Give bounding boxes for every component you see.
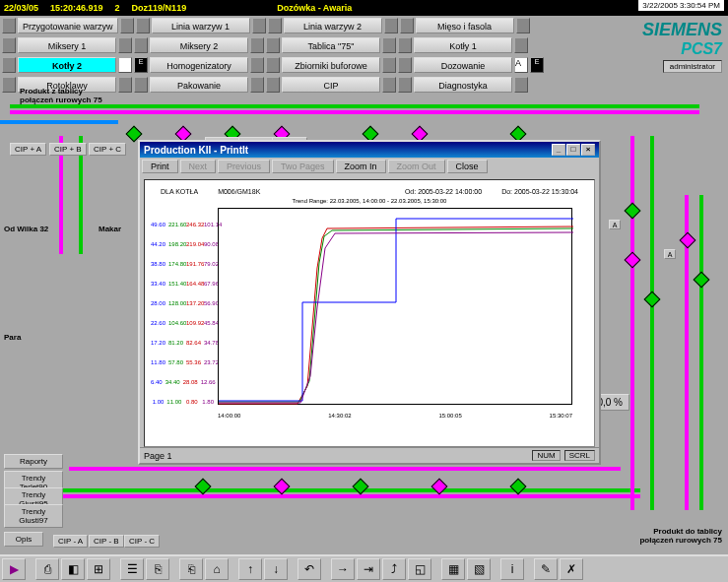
- prev-button[interactable]: Previous: [218, 160, 270, 173]
- tab-homogen[interactable]: Homogenizatory: [150, 57, 248, 73]
- top-code: Doz119/N119: [132, 3, 187, 13]
- twopage-button[interactable]: Two Pages: [272, 160, 334, 173]
- y-axis: 49.60221.60246.32101.1444.20198.20219.04…: [149, 208, 216, 405]
- tab-przygotowanie[interactable]: Przygotowanie warzyw: [18, 18, 118, 33]
- next-button[interactable]: Next: [180, 160, 217, 173]
- mini-btn[interactable]: [268, 18, 282, 33]
- mini-btn[interactable]: [118, 57, 132, 73]
- pipe: [699, 195, 703, 510]
- cip-ra2-button[interactable]: CIP - A: [53, 535, 88, 548]
- mini-btn[interactable]: [400, 18, 414, 33]
- user-label: administrator: [663, 60, 722, 73]
- toolbar-btn-9[interactable]: ↓: [264, 558, 288, 580]
- bottom-toolbar: ▶⎙◧⊞☰⎘⎗⌂↑↓↶→⇥⤴◱▦▧i✎✗: [0, 554, 728, 582]
- trendy3-button[interactable]: Trendy Giusti97: [4, 504, 63, 528]
- valve-icon[interactable]: [625, 252, 641, 269]
- toolbar-btn-13[interactable]: ⤴: [382, 558, 406, 580]
- micro-btn[interactable]: A: [609, 220, 621, 229]
- cip-a-button[interactable]: CIP + A: [10, 143, 46, 156]
- toolbar-btn-18[interactable]: ✎: [534, 558, 558, 580]
- mini-btn[interactable]: [250, 37, 264, 53]
- zoomout-button[interactable]: Zoom Out: [388, 160, 445, 173]
- toolbar-btn-4[interactable]: ☰: [120, 558, 144, 580]
- cip-rc2-button[interactable]: CIP - C: [124, 535, 160, 548]
- toolbar-btn-5[interactable]: ⎘: [146, 558, 169, 580]
- mini-btn[interactable]: [2, 57, 16, 73]
- top-status-bar: 22/03/05 15:20:46.919 2 Doz119/N119 Dozó…: [0, 0, 728, 16]
- tab-dozowanie[interactable]: Dozowanie: [414, 57, 512, 73]
- raporty-button[interactable]: Raporty: [4, 454, 63, 469]
- toolbar-btn-12[interactable]: ⇥: [357, 558, 380, 580]
- label-od-wilka: Od Wilka 32: [4, 225, 48, 233]
- close-button[interactable]: Close: [447, 160, 488, 173]
- tab-tablica[interactable]: Tablica "75": [282, 37, 380, 53]
- tab-linia2[interactable]: Linia warzyw 2: [284, 18, 382, 33]
- toolbar-btn-8[interactable]: ↑: [238, 558, 262, 580]
- tab-miksery2[interactable]: Miksery 2: [150, 37, 248, 53]
- mini-btn[interactable]: [2, 18, 16, 33]
- mini-btn[interactable]: [516, 18, 530, 33]
- siemens-logo: SIEMENS: [642, 20, 722, 40]
- toolbar-btn-1[interactable]: ⎙: [35, 558, 59, 580]
- mini-btn[interactable]: [514, 37, 528, 53]
- valve-icon[interactable]: [680, 232, 696, 249]
- pipe: [10, 494, 640, 498]
- mini-btn[interactable]: [384, 18, 398, 33]
- minimize-icon[interactable]: _: [552, 144, 565, 156]
- toolbar-btn-10[interactable]: ↶: [298, 558, 321, 580]
- toolbar-btn-14[interactable]: ◱: [408, 558, 431, 580]
- mini-btn[interactable]: [266, 57, 280, 73]
- mini-btn[interactable]: [382, 57, 396, 73]
- mini-btn[interactable]: E: [134, 57, 148, 73]
- window-titlebar[interactable]: Production KII - PrintIt _ □ ×: [140, 142, 599, 158]
- tab-zbiorniki[interactable]: Zbiorniki buforowe: [282, 57, 380, 73]
- maximize-icon[interactable]: □: [566, 144, 580, 156]
- tab-mieso[interactable]: Mięso i fasola: [416, 18, 514, 33]
- mini-btn[interactable]: [398, 37, 412, 53]
- mini-btn[interactable]: [398, 57, 412, 73]
- tab-kotly2[interactable]: Kotły 2: [18, 57, 116, 73]
- valve-icon[interactable]: [694, 272, 710, 289]
- opis-button[interactable]: Opis: [4, 532, 43, 547]
- toolbar-btn-7[interactable]: ⌂: [205, 558, 229, 580]
- toolbar-btn-19[interactable]: ✗: [560, 558, 583, 580]
- mini-btn[interactable]: [134, 37, 148, 53]
- cip-b-button[interactable]: CIP + B: [49, 143, 87, 156]
- toolbar-btn-15[interactable]: ▦: [441, 558, 465, 580]
- mini-btn[interactable]: [118, 37, 132, 53]
- mini-btn[interactable]: A: [514, 57, 528, 73]
- chart-header: DLA KOTŁA M006/GM18K Od: 2005-03-22 14:0…: [151, 186, 588, 197]
- toolbar-btn-16[interactable]: ▧: [467, 558, 491, 580]
- tab-row-2: Miksery 1 Miksery 2 Tablica "75" Kotły 1: [0, 35, 728, 55]
- toolbar-btn-6[interactable]: ⎗: [179, 558, 203, 580]
- toolbar-btn-0[interactable]: ▶: [2, 558, 26, 580]
- toolbar-btn-11[interactable]: →: [331, 558, 355, 580]
- mini-btn[interactable]: [136, 18, 150, 33]
- print-button[interactable]: Print: [142, 160, 178, 173]
- label-prod-from: Produkt z tablicy połączeń rurowych 75: [20, 87, 102, 104]
- mini-btn[interactable]: [250, 57, 264, 73]
- mini-btn[interactable]: [382, 37, 396, 53]
- cip-rb2-button[interactable]: CIP - B: [89, 535, 124, 548]
- valve-icon[interactable]: [625, 203, 641, 220]
- close-icon[interactable]: ×: [581, 144, 595, 156]
- cip-c-button[interactable]: CIP + C: [89, 143, 126, 156]
- mini-btn[interactable]: E: [530, 57, 544, 73]
- mini-btn[interactable]: [252, 18, 266, 33]
- pcs7-logo: PCS7: [642, 40, 722, 58]
- top-date: 22/03/05: [4, 3, 38, 13]
- mini-btn[interactable]: [2, 37, 16, 53]
- zoomin-button[interactable]: Zoom In: [336, 160, 386, 173]
- chart-area: DLA KOTŁA M006/GM18K Od: 2005-03-22 14:0…: [144, 179, 595, 447]
- valve-icon[interactable]: [644, 291, 661, 308]
- toolbar-btn-2[interactable]: ◧: [61, 558, 85, 580]
- tab-kotly1[interactable]: Kotły 1: [414, 37, 512, 53]
- tab-miksery1[interactable]: Miksery 1: [18, 37, 116, 53]
- toolbar-btn-17[interactable]: i: [500, 558, 524, 580]
- toolbar-btn-3[interactable]: ⊞: [87, 558, 110, 580]
- micro-btn[interactable]: A: [664, 249, 676, 259]
- mini-btn[interactable]: [120, 18, 134, 33]
- tab-linia1[interactable]: Linia warzyw 1: [152, 18, 250, 33]
- mini-btn[interactable]: [266, 37, 280, 53]
- label-para: Para: [4, 333, 21, 342]
